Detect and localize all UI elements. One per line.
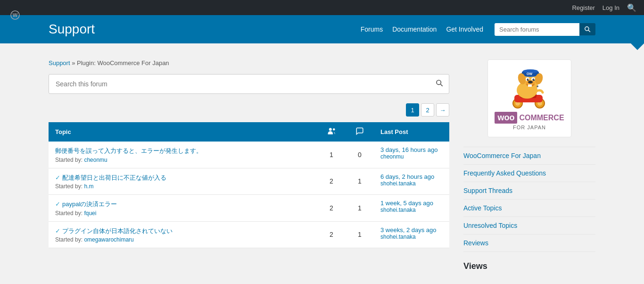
sidebar-support-threads-link[interactable]: Support Threads bbox=[463, 187, 512, 194]
topic-cell: 郵便番号を誤って入力すると、エラーが発生します。 Started by: che… bbox=[49, 142, 317, 168]
search-icon bbox=[584, 26, 591, 33]
svg-point-2 bbox=[585, 27, 589, 31]
topic-meta: Started by: h.m bbox=[55, 183, 311, 190]
table-row: ✓配達希望日と出荷日に不正な値が入る Started by: h.m 2 1 6… bbox=[49, 168, 449, 195]
col-replies-header bbox=[346, 122, 374, 142]
resolved-icon: ✓ bbox=[55, 174, 60, 181]
svg-point-28 bbox=[528, 79, 529, 80]
sidebar-link-item: Active Topics bbox=[463, 200, 595, 217]
voices-count: 1 bbox=[317, 142, 346, 168]
voices-count: 2 bbox=[317, 195, 346, 222]
topic-author-link[interactable]: omegawarochimaru bbox=[84, 236, 133, 243]
last-post-cell: 1 week, 5 days ago shohei.tanaka bbox=[374, 195, 449, 222]
breadcrumb: Support » Plugin: WooCommerce For Japan bbox=[49, 59, 449, 67]
forum-search-box bbox=[49, 74, 449, 94]
svg-line-3 bbox=[588, 30, 590, 32]
topic-cell: ✓配達希望日と出荷日に不正な値が入る Started by: h.m bbox=[49, 168, 317, 195]
breadcrumb-separator: » bbox=[72, 59, 77, 67]
forum-search-input[interactable] bbox=[52, 75, 433, 92]
site-title[interactable]: Support bbox=[49, 22, 95, 37]
header-search-input[interactable] bbox=[495, 23, 579, 36]
main-content: Support » Plugin: WooCommerce For Japan … bbox=[39, 50, 605, 284]
sidebar-faq-link[interactable]: Frequently Asked Questions bbox=[463, 169, 546, 177]
header-search-button[interactable] bbox=[579, 23, 595, 35]
topic-meta: Started by: cheonmu bbox=[55, 157, 311, 163]
replies-count: 0 bbox=[346, 142, 374, 168]
svg-point-31 bbox=[528, 81, 533, 84]
sidebar-link-item: Support Threads bbox=[463, 182, 595, 200]
last-post-cell: 3 weeks, 2 days ago shohei.tanaka bbox=[374, 221, 449, 248]
nav-forums[interactable]: Forums bbox=[361, 25, 383, 33]
woo-brand-text: woo bbox=[495, 112, 517, 124]
header-right: Forums Documentation Get Involved bbox=[361, 23, 595, 36]
sidebar-unresolved-topics-link[interactable]: Unresolved Topics bbox=[463, 222, 517, 229]
sidebar-link-item: Frequently Asked Questions bbox=[463, 165, 595, 182]
topic-title-link[interactable]: ✓paypalの決済エラー bbox=[55, 200, 117, 208]
last-post-cell: 3 days, 16 hours ago cheonmu bbox=[374, 142, 449, 168]
admin-search-icon[interactable]: 🔍 bbox=[627, 3, 636, 12]
content-area: Support » Plugin: WooCommerce For Japan … bbox=[49, 59, 449, 275]
topic-author-link[interactable]: h.m bbox=[84, 183, 93, 190]
plugin-logo: OW bbox=[463, 59, 595, 137]
topics-table: Topic Last Post bbox=[49, 122, 449, 248]
svg-text:OW: OW bbox=[527, 72, 532, 75]
table-row: ✓paypalの決済エラー Started by: fquei 2 1 1 we… bbox=[49, 195, 449, 222]
last-post-user: shohei.tanaka bbox=[380, 234, 443, 240]
forum-search-button[interactable] bbox=[433, 77, 446, 91]
nav-get-involved[interactable]: Get Involved bbox=[446, 25, 483, 33]
replies-icon bbox=[355, 127, 364, 135]
breadcrumb-current: Plugin: WooCommerce For Japan bbox=[77, 59, 169, 67]
svg-point-6 bbox=[329, 128, 332, 131]
svg-point-27 bbox=[532, 79, 535, 81]
sidebar-reviews-link[interactable]: Reviews bbox=[463, 239, 488, 247]
svg-rect-32 bbox=[528, 84, 530, 87]
topic-title-link[interactable]: 郵便番号を誤って入力すると、エラーが発生します。 bbox=[55, 147, 202, 154]
breadcrumb-parent-link[interactable]: Support bbox=[49, 59, 70, 67]
woo-for-japan-text: FOR JAPAN bbox=[513, 125, 546, 130]
login-link[interactable]: Log In bbox=[603, 4, 619, 11]
svg-line-5 bbox=[440, 84, 443, 86]
last-post-time: 3 weeks, 2 days ago bbox=[380, 226, 443, 234]
topic-title-link[interactable]: ✓プラグイン自体が日本語化されていない bbox=[55, 227, 173, 234]
register-link[interactable]: Register bbox=[572, 4, 594, 11]
resolved-icon: ✓ bbox=[55, 200, 60, 208]
svg-rect-33 bbox=[530, 84, 532, 87]
table-row: ✓プラグイン自体が日本語化されていない Started by: omegawar… bbox=[49, 221, 449, 248]
topic-cell: ✓プラグイン自体が日本語化されていない Started by: omegawar… bbox=[49, 221, 317, 248]
table-row: 郵便番号を誤って入力すると、エラーが発生します。 Started by: che… bbox=[49, 142, 449, 168]
main-nav: Forums Documentation Get Involved bbox=[361, 25, 483, 33]
last-post-user: cheonmu bbox=[380, 153, 443, 160]
svg-point-4 bbox=[437, 80, 441, 84]
topic-meta: Started by: omegawarochimaru bbox=[55, 236, 311, 243]
svg-point-7 bbox=[333, 128, 335, 131]
sidebar-link-item: Reviews bbox=[463, 234, 595, 252]
col-topic-header: Topic bbox=[49, 122, 317, 142]
resolved-icon: ✓ bbox=[55, 227, 60, 234]
pagination-page-1[interactable]: 1 bbox=[406, 103, 419, 117]
last-post-time: 6 days, 2 hours ago bbox=[380, 173, 443, 180]
voices-count: 2 bbox=[317, 168, 346, 195]
sidebar-views-title: Views bbox=[463, 261, 595, 271]
col-voices-header bbox=[317, 122, 346, 142]
forum-search-icon bbox=[436, 79, 443, 87]
svg-text:W: W bbox=[13, 12, 18, 18]
site-header: Support Forums Documentation Get Involve… bbox=[0, 15, 644, 43]
wordpress-logo-icon: W bbox=[10, 10, 20, 20]
topic-author-link[interactable]: fquei bbox=[84, 210, 96, 217]
topic-author-link[interactable]: cheonmu bbox=[84, 157, 107, 163]
topic-meta: Started by: fquei bbox=[55, 210, 311, 217]
last-post-time: 3 days, 16 hours ago bbox=[380, 146, 443, 153]
pagination-page-2[interactable]: 2 bbox=[421, 103, 434, 117]
topic-title-link[interactable]: ✓配達希望日と出荷日に不正な値が入る bbox=[55, 174, 166, 181]
sidebar-active-topics-link[interactable]: Active Topics bbox=[463, 204, 502, 212]
sidebar-woocommerce-for-japan-link[interactable]: WooCommerce For Japan bbox=[463, 152, 541, 159]
last-post-user: shohei.tanaka bbox=[380, 207, 443, 213]
woo-logo-wrapper: OW bbox=[495, 67, 564, 130]
sidebar-link-item: WooCommerce For Japan bbox=[463, 147, 595, 165]
sidebar-links: WooCommerce For Japan Frequently Asked Q… bbox=[463, 147, 595, 252]
pagination: 1 2 → bbox=[49, 103, 449, 117]
nav-documentation[interactable]: Documentation bbox=[392, 25, 437, 33]
plugin-logo-box: OW bbox=[487, 59, 571, 137]
svg-point-29 bbox=[534, 79, 535, 80]
pagination-next[interactable]: → bbox=[436, 103, 449, 117]
